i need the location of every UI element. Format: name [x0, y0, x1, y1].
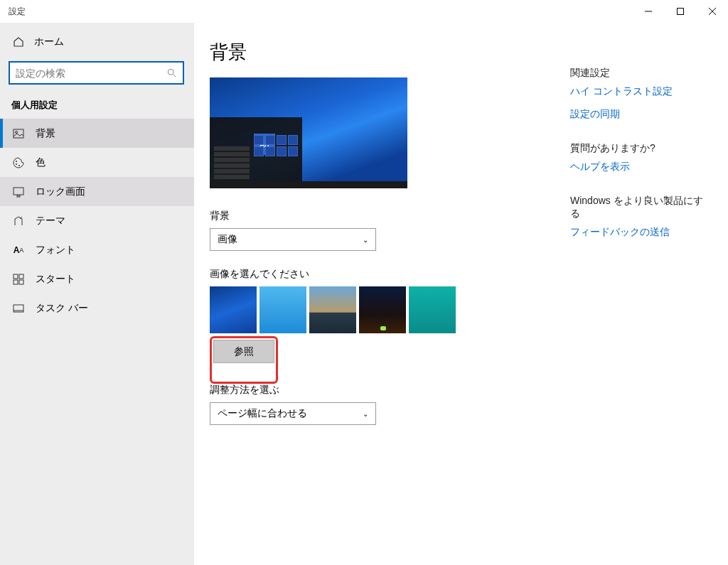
thumbnail-3[interactable] — [309, 286, 356, 333]
dropdown-value: ページ幅に合わせる — [218, 407, 307, 420]
dropdown-value: 画像 — [218, 233, 237, 246]
window-title: 設定 — [9, 6, 26, 18]
sidebar-item-label: ロック画面 — [36, 185, 85, 198]
sidebar-item-label: 背景 — [36, 127, 55, 140]
svg-rect-1 — [677, 9, 683, 15]
svg-point-7 — [16, 131, 18, 133]
sidebar-item-label: スタート — [36, 273, 75, 286]
start-icon — [13, 274, 24, 285]
right-column: 関連設定 ハイ コントラスト設定 設定の同期 質問がありますか? ヘルプを表示 … — [570, 67, 712, 260]
fit-dropdown[interactable]: ページ幅に合わせる ⌄ — [210, 402, 376, 425]
maximize-button[interactable] — [664, 0, 696, 23]
image-thumbnails — [210, 286, 712, 333]
sidebar-item-colors[interactable]: 色 — [0, 148, 194, 177]
home-label: ホーム — [34, 36, 64, 48]
sidebar-item-start[interactable]: スタート — [0, 264, 194, 294]
search-field[interactable] — [16, 68, 167, 79]
search-input[interactable] — [9, 61, 184, 85]
chevron-down-icon: ⌄ — [363, 236, 368, 244]
svg-rect-12 — [17, 195, 20, 197]
sidebar: ホーム 個人用設定 背景 色 ロック画面 テーマ AA フォント — [0, 23, 194, 565]
palette-icon — [13, 157, 24, 168]
close-button[interactable] — [696, 0, 728, 23]
svg-rect-11 — [14, 188, 23, 195]
sidebar-item-fonts[interactable]: AA フォント — [0, 235, 194, 264]
home-icon — [13, 36, 24, 48]
desktop-preview: Aa — [210, 77, 407, 188]
browse-highlight: 参照 — [210, 336, 278, 384]
lock-icon — [13, 186, 24, 198]
sidebar-item-label: タスク バー — [36, 302, 88, 315]
font-icon: AA — [13, 244, 24, 256]
svg-point-4 — [168, 69, 173, 75]
svg-point-9 — [16, 163, 17, 165]
sidebar-item-background[interactable]: 背景 — [0, 119, 194, 148]
choose-image-label: 画像を選んでください — [210, 268, 712, 281]
window-controls — [632, 0, 728, 23]
minimize-button[interactable] — [632, 0, 664, 23]
sidebar-item-label: 色 — [36, 156, 46, 169]
thumbnail-4[interactable] — [359, 286, 406, 333]
chevron-down-icon: ⌄ — [363, 410, 368, 418]
sidebar-item-taskbar[interactable]: タスク バー — [0, 294, 194, 323]
svg-rect-6 — [14, 129, 23, 138]
sidebar-item-lockscreen[interactable]: ロック画面 — [0, 177, 194, 206]
svg-point-8 — [16, 161, 17, 162]
main-content: 背景 Aa 背景 画像 ⌄ 画像を選んでください 参照 調整方法を選ぶ ページ幅… — [194, 23, 728, 565]
svg-line-5 — [173, 74, 176, 77]
home-button[interactable]: ホーム — [0, 27, 194, 57]
thumbnail-1[interactable] — [210, 286, 257, 333]
theme-icon — [13, 215, 24, 227]
related-heading: 関連設定 — [570, 67, 712, 80]
link-help[interactable]: ヘルプを表示 — [570, 161, 712, 173]
thumbnail-2[interactable] — [259, 286, 306, 333]
svg-rect-14 — [19, 274, 23, 279]
question-heading: 質問がありますか? — [570, 142, 712, 155]
svg-rect-13 — [14, 274, 18, 279]
fit-label: 調整方法を選ぶ — [210, 384, 712, 397]
sidebar-item-label: フォント — [36, 244, 75, 257]
link-high-contrast[interactable]: ハイ コントラスト設定 — [570, 85, 712, 98]
page-title: 背景 — [210, 40, 712, 65]
taskbar-icon — [13, 303, 24, 314]
browse-button[interactable]: 参照 — [213, 340, 274, 363]
category-label: 個人用設定 — [0, 95, 194, 119]
background-type-dropdown[interactable]: 画像 ⌄ — [210, 228, 376, 251]
image-icon — [13, 128, 24, 139]
title-bar: 設定 — [0, 0, 728, 23]
svg-point-10 — [18, 165, 20, 166]
svg-rect-16 — [19, 280, 23, 284]
thumbnail-5[interactable] — [409, 286, 456, 333]
improve-heading: Windows をより良い製品にする — [570, 195, 712, 220]
svg-rect-15 — [14, 280, 18, 284]
sidebar-item-label: テーマ — [36, 215, 65, 227]
sidebar-item-themes[interactable]: テーマ — [0, 206, 194, 235]
link-feedback[interactable]: フィードバックの送信 — [570, 226, 712, 239]
search-icon — [167, 68, 177, 78]
link-sync-settings[interactable]: 設定の同期 — [570, 108, 712, 121]
